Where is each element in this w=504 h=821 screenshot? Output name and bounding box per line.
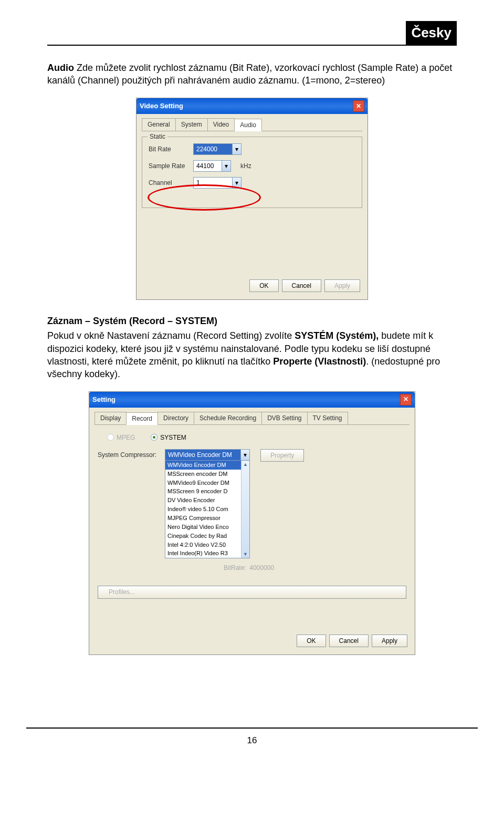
page-number: 16 — [0, 729, 504, 768]
channel-value: 1 — [194, 178, 232, 188]
apply-button[interactable]: Apply — [324, 279, 360, 292]
list-item[interactable]: MSScreen encoder DM — [165, 470, 249, 479]
tab-schedule[interactable]: Schedule Recording — [194, 412, 262, 424]
setting-dialog: Setting ✕ Display Record Directory Sched… — [89, 391, 415, 655]
cancel-button[interactable]: Cancel — [282, 279, 321, 292]
samplerate-label: Sample Rate — [149, 162, 193, 170]
channel-label: Channel — [149, 179, 193, 187]
apply-button[interactable]: Apply — [372, 635, 407, 647]
profiles-button[interactable]: Profiles... — [98, 586, 406, 598]
radio-system[interactable]: SYSTEM — [151, 433, 186, 442]
p2-bold-2: Properte (Vlastnosti) — [273, 356, 366, 367]
p2-bold-1: SYSTÉM (Systém), — [295, 330, 379, 341]
channel-combo[interactable]: 1 ▾ — [193, 177, 242, 189]
list-item[interactable]: Indeo® video 5.10 Com — [165, 505, 249, 514]
list-item[interactable]: WMVideo9 Encoder DM — [165, 479, 249, 487]
ok-button[interactable]: OK — [249, 279, 278, 292]
list-item[interactable]: Intel Indeo(R) Video R3 — [165, 549, 249, 558]
tab-video[interactable]: Video — [207, 118, 235, 131]
syscomp-value: WMVideo Encoder DM — [165, 450, 240, 460]
property-button[interactable]: Property — [260, 449, 304, 462]
tab-system[interactable]: System — [175, 118, 208, 131]
paragraph-audio: Audio Zde můžete zvolit rychlost záznamu… — [47, 61, 457, 87]
chevron-down-icon: ▾ — [240, 450, 249, 460]
tab-dvb[interactable]: DVB Setting — [261, 412, 307, 424]
tab-general[interactable]: General — [142, 118, 176, 131]
static-group-label: Static — [148, 132, 167, 141]
list-item[interactable]: Cinepak Codec by Rad — [165, 532, 249, 541]
p2-text-a: Pokud v okně Nastavení záznamu (Record S… — [47, 330, 295, 341]
bitrate-value: 224000 — [194, 144, 232, 154]
dialog2-tabs: Display Record Directory Schedule Record… — [94, 412, 410, 425]
radio-system-label: SYSTEM — [160, 433, 186, 442]
samplerate-value: 44100 — [194, 161, 222, 171]
audio-bold: Audio — [47, 63, 74, 73]
tab-tv[interactable]: TV Setting — [307, 412, 348, 424]
dialog2-titlebar: Setting ✕ — [89, 392, 415, 408]
list-item[interactable]: WMVideo Encoder DM — [165, 461, 249, 470]
dialog1-titlebar: Video Setting ✕ — [136, 98, 368, 114]
syscomp-label: System Compressor: — [98, 449, 165, 459]
tab-directory[interactable]: Directory — [158, 412, 194, 424]
tab-audio[interactable]: Audio — [234, 119, 262, 131]
bitrate2-value: 4000000 — [249, 564, 274, 571]
cancel-button[interactable]: Cancel — [329, 635, 369, 647]
syscomp-combo[interactable]: WMVideo Encoder DM ▾ — [165, 449, 250, 461]
scroll-down-icon: ▼ — [242, 550, 249, 558]
list-item[interactable]: Nero Digital Video Enco — [165, 523, 249, 532]
list-item[interactable]: MSScreen 9 encoder D — [165, 487, 249, 496]
radio-mpeg-label: MPEG — [117, 433, 135, 442]
chevron-down-icon: ▾ — [232, 144, 241, 154]
record-system-heading: Záznam – Systém (Record – SYSTEM) — [47, 315, 457, 327]
scroll-up-icon: ▲ — [242, 461, 249, 469]
list-item[interactable]: MJPEG Compressor — [165, 514, 249, 523]
samplerate-unit: kHz — [240, 162, 251, 170]
tab-record[interactable]: Record — [126, 412, 158, 425]
dialog1-tabs: General System Video Audio — [142, 118, 362, 131]
list-item[interactable]: Intel 4:2:0 Video V2.50 — [165, 541, 249, 549]
language-badge: Česky — [406, 21, 457, 45]
ok-button[interactable]: OK — [297, 635, 326, 647]
list-item[interactable]: DV Video Encoder — [165, 496, 249, 505]
chevron-down-icon: ▾ — [232, 178, 241, 188]
dialog1-title: Video Setting — [140, 101, 183, 111]
radio-mpeg[interactable]: MPEG — [107, 433, 135, 442]
close-icon[interactable]: ✕ — [400, 394, 412, 406]
tab-display[interactable]: Display — [94, 412, 127, 424]
bitrate-combo[interactable]: 224000 ▾ — [193, 143, 242, 155]
samplerate-combo[interactable]: 44100 ▾ — [193, 160, 231, 172]
close-icon[interactable]: ✕ — [353, 100, 364, 112]
bitrate-label: Bit Rate — [149, 145, 193, 153]
bitrate2-label: BitRate: — [224, 564, 246, 571]
scrollbar[interactable]: ▲ ▼ — [241, 461, 249, 558]
dialog2-title: Setting — [92, 395, 116, 404]
video-setting-dialog: Video Setting ✕ General System Video Aud… — [136, 98, 368, 300]
header-rule — [47, 45, 457, 46]
chevron-down-icon: ▾ — [222, 161, 230, 171]
codec-dropdown-list[interactable]: WMVideo Encoder DM MSScreen encoder DM W… — [165, 460, 250, 558]
audio-text: Zde můžete zvolit rychlost záznamu (Bit … — [47, 63, 452, 86]
